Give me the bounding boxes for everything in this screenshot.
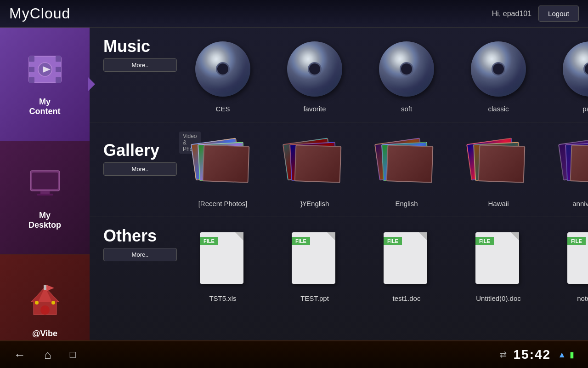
others-items-row: FILE TST5.xls FILE	[177, 226, 588, 302]
svg-rect-15	[44, 285, 46, 290]
music-item-party[interactable]: party	[544, 37, 588, 113]
svg-rect-2	[56, 56, 61, 62]
sidebar-item-my-desktop[interactable]: MyDesktop	[0, 141, 90, 255]
gallery-title: Gallery	[103, 141, 177, 160]
file-item-test1doc[interactable]: FILE test1.doc	[361, 226, 452, 302]
testppt-label: TEST.ppt	[300, 294, 329, 302]
music-items-row: CES favorite	[177, 37, 588, 113]
music-title: Music	[103, 37, 177, 56]
others-title: Others	[103, 226, 177, 246]
gallery-section-left: Video & Photo Gallery More..	[103, 132, 177, 176]
sidebar-vibe-label: @Vibe	[32, 329, 57, 339]
wifi-icon: ▲	[558, 350, 566, 360]
sidebar-arrow	[88, 77, 95, 91]
file-item-note0txt[interactable]: FILE note0.txt	[544, 226, 588, 302]
hawaii-label: Hawaii	[488, 200, 509, 207]
gallery-item-english[interactable]: English	[361, 132, 452, 207]
folder-icon-yenEnglish	[283, 132, 347, 196]
file-icon-untitleddoc: FILE	[466, 226, 531, 291]
file-icon-test1doc: FILE	[374, 226, 439, 291]
cd-icon-classic	[466, 37, 531, 101]
music-item-ces[interactable]: CES	[177, 37, 269, 113]
anniversary-label: anniversary	[572, 200, 588, 207]
gallery-item-anniversary[interactable]: anniversary	[544, 132, 588, 207]
folder-icon-anniversary	[558, 132, 588, 196]
cd-icon-favorite	[283, 37, 347, 101]
others-section-left: Others More..	[103, 226, 177, 261]
gallery-item-hawaii[interactable]: Hawaii	[452, 132, 544, 207]
svg-marker-16	[46, 285, 54, 291]
cd-icon-ces	[191, 37, 255, 101]
clock: 15:42	[514, 347, 551, 362]
music-item-classic[interactable]: classic	[452, 37, 544, 113]
music-item-favorite[interactable]: favorite	[269, 37, 361, 113]
status-icons: ⇄	[500, 350, 507, 360]
svg-rect-12	[37, 194, 53, 196]
cd-icon-soft	[374, 37, 439, 101]
battery-icon: ▮	[570, 350, 574, 360]
file-icon-tst5xls: FILE	[191, 226, 255, 291]
svg-point-19	[51, 301, 55, 305]
file-item-tst5xls[interactable]: FILE TST5.xls	[177, 226, 269, 302]
note0txt-label: note0.txt	[577, 294, 588, 302]
bottom-right: ⇄ 15:42 ▲ ▮	[500, 347, 574, 362]
file-icon-testppt: FILE	[283, 226, 347, 291]
main-container: MyContent MyDesktop	[0, 28, 588, 368]
music-section-left: Music More..	[103, 37, 177, 72]
svg-point-18	[35, 301, 39, 305]
svg-rect-10	[32, 172, 58, 189]
svg-rect-3	[29, 77, 34, 83]
tst5xls-label: TST5.xls	[209, 294, 236, 302]
cd-icon-party	[558, 37, 588, 101]
sidebar-my-desktop-label: MyDesktop	[28, 211, 61, 230]
header: MyCloud Hi, epad101 Logout	[0, 0, 588, 28]
folder-icon-english	[374, 132, 439, 196]
logo: MyCloud	[9, 5, 70, 22]
gallery-items-row: [Recent Photos] }¥English	[177, 132, 588, 207]
svg-rect-6	[56, 67, 61, 72]
recent-photos-label: [Recent Photos]	[198, 200, 248, 207]
vibe-icon	[27, 283, 63, 327]
greeting: Hi, epad101	[492, 10, 531, 18]
party-label: party	[582, 105, 588, 113]
file-icon-note0txt: FILE	[558, 226, 588, 291]
gallery-section-content: Video & Photo Gallery More..	[103, 132, 574, 207]
gallery-section: Video & Photo Gallery More..	[90, 122, 588, 217]
svg-rect-5	[29, 67, 34, 72]
logout-button[interactable]: Logout	[538, 6, 579, 22]
transfer-icon: ⇄	[500, 350, 507, 360]
music-section: Music More.. CES	[90, 28, 588, 122]
bottom-bar: ← ⌂ □ ⇄ 15:42 ▲ ▮	[0, 340, 588, 368]
gallery-item-yenEnglish[interactable]: }¥English	[269, 132, 361, 207]
svg-rect-1	[29, 56, 34, 62]
svg-rect-4	[56, 77, 61, 83]
folder-icon-recent	[191, 132, 255, 196]
others-more-button[interactable]: More..	[103, 248, 177, 261]
sidebar-item-my-content[interactable]: MyContent	[0, 28, 90, 141]
monitor-icon	[27, 165, 63, 208]
folder-icon-hawaii	[466, 132, 531, 196]
file-item-untitleddoc[interactable]: FILE Untitled(0).doc	[452, 226, 544, 302]
sidebar-my-content-label: MyContent	[29, 97, 61, 116]
recent-apps-button[interactable]: □	[70, 349, 76, 361]
untitleddoc-label: Untitled(0).doc	[476, 294, 521, 302]
soft-label: soft	[401, 105, 412, 113]
back-button[interactable]: ←	[14, 348, 26, 362]
gallery-more-button[interactable]: More..	[103, 162, 177, 176]
music-item-soft[interactable]: soft	[361, 37, 452, 113]
svg-rect-17	[40, 305, 50, 315]
music-section-content: Music More.. CES	[103, 37, 574, 113]
favorite-label: favorite	[303, 105, 326, 113]
home-button[interactable]: ⌂	[44, 348, 51, 362]
music-more-button[interactable]: More..	[103, 58, 177, 72]
yenEnglish-label: }¥English	[300, 200, 329, 207]
ces-label: CES	[216, 105, 230, 113]
header-right: Hi, epad101 Logout	[492, 6, 579, 22]
file-item-testppt[interactable]: FILE TEST.ppt	[269, 226, 361, 302]
english-label: English	[395, 200, 418, 207]
classic-label: classic	[488, 105, 509, 113]
sidebar: MyContent MyDesktop	[0, 28, 90, 368]
signal-icons: ▲ ▮	[558, 350, 574, 360]
film-icon	[27, 52, 63, 95]
content-area: Music More.. CES	[90, 28, 588, 368]
